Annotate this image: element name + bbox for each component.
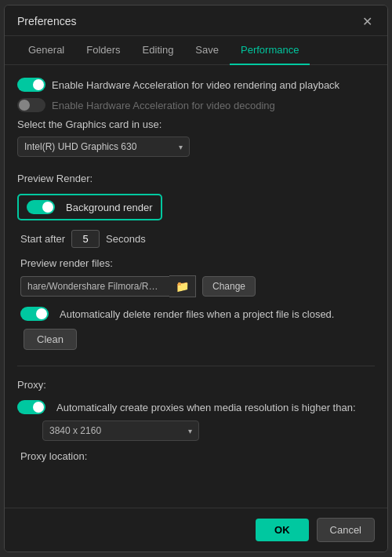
bg-render-toggle-knob bbox=[42, 202, 53, 213]
tab-folders[interactable]: Folders bbox=[75, 36, 131, 65]
tab-editing[interactable]: Editing bbox=[132, 36, 185, 65]
hw-decode-row: Enable Hardware Acceleration for video d… bbox=[17, 98, 375, 112]
chevron-down-icon: ▾ bbox=[179, 143, 183, 151]
proxy-section: Proxy: Automatically create proxies when… bbox=[17, 379, 375, 462]
preferences-dialog: Preferences ✕ General Folders Editing Sa… bbox=[4, 5, 388, 552]
tabs-bar: General Folders Editing Save Performance bbox=[5, 36, 387, 65]
ok-button[interactable]: OK bbox=[256, 519, 309, 541]
content-area: Enable Hardware Acceleration for video r… bbox=[5, 65, 387, 508]
hw-accel-toggle[interactable] bbox=[17, 78, 45, 92]
hw-accel-label: Enable Hardware Acceleration for video r… bbox=[52, 79, 339, 91]
bottom-bar: OK Cancel bbox=[5, 508, 387, 552]
seconds-label: Seconds bbox=[106, 233, 146, 245]
proxy-label: Proxy: bbox=[17, 379, 375, 391]
graphics-card-label: Select the Graphics card in use: bbox=[17, 118, 375, 130]
title-bar: Preferences ✕ bbox=[5, 5, 387, 36]
hw-accel-row: Enable Hardware Acceleration for video r… bbox=[17, 78, 375, 92]
hw-decode-toggle[interactable] bbox=[17, 98, 45, 112]
hw-decode-label: Enable Hardware Acceleration for video d… bbox=[52, 100, 275, 111]
chevron-down-icon: ▾ bbox=[188, 427, 192, 435]
auto-proxy-toggle[interactable] bbox=[17, 400, 45, 414]
hw-accel-toggle-knob bbox=[33, 79, 44, 90]
proxy-resolution-dropdown[interactable]: 3840 x 2160 ▾ bbox=[42, 420, 199, 441]
proxy-resolution-value: 3840 x 2160 bbox=[49, 425, 101, 436]
clean-button-row: Clean bbox=[17, 329, 375, 350]
auto-delete-row: Automatically delete render files when a… bbox=[17, 307, 375, 321]
section-divider bbox=[17, 366, 375, 366]
bg-render-toggle[interactable] bbox=[27, 200, 55, 214]
preview-render-label: Preview Render: bbox=[17, 173, 375, 184]
tab-performance[interactable]: Performance bbox=[230, 36, 310, 65]
dialog-title: Preferences bbox=[17, 15, 76, 27]
cancel-button[interactable]: Cancel bbox=[317, 518, 375, 542]
graphics-card-dropdown[interactable]: Intel(R) UHD Graphics 630 ▾ bbox=[17, 137, 190, 157]
auto-delete-toggle[interactable] bbox=[20, 307, 49, 321]
start-after-label: Start after bbox=[20, 233, 65, 245]
start-after-row: Start after Seconds bbox=[17, 230, 375, 248]
change-button[interactable]: Change bbox=[202, 276, 256, 297]
render-files-label: Preview render files: bbox=[17, 257, 375, 269]
render-path-row: hare/Wondershare Filmora/Render 📁 Change bbox=[17, 275, 375, 297]
start-after-input[interactable] bbox=[71, 230, 100, 248]
graphics-card-section: Select the Graphics card in use: Intel(R… bbox=[17, 118, 375, 157]
folder-icon: 📁 bbox=[176, 280, 189, 293]
bg-render-label: Background render bbox=[66, 202, 153, 213]
auto-proxy-toggle-knob bbox=[33, 402, 44, 413]
graphics-card-value: Intel(R) UHD Graphics 630 bbox=[24, 141, 136, 152]
proxy-location-label: Proxy location: bbox=[17, 450, 375, 462]
render-path-display: hare/Wondershare Filmora/Render bbox=[20, 276, 169, 297]
auto-proxy-row: Automatically create proxies when media … bbox=[17, 400, 375, 414]
clean-button[interactable]: Clean bbox=[24, 329, 77, 350]
preview-render-section: Preview Render: Background render Start … bbox=[17, 173, 375, 350]
auto-delete-toggle-knob bbox=[36, 308, 47, 319]
close-button[interactable]: ✕ bbox=[359, 13, 375, 29]
tab-general[interactable]: General bbox=[17, 36, 75, 65]
auto-delete-label: Automatically delete render files when a… bbox=[60, 308, 334, 320]
tab-save[interactable]: Save bbox=[184, 36, 230, 65]
hw-decode-toggle-knob bbox=[19, 100, 30, 111]
folder-browse-button[interactable]: 📁 bbox=[169, 275, 196, 297]
auto-proxy-label: Automatically create proxies when media … bbox=[56, 402, 356, 413]
bg-render-box: Background render bbox=[17, 194, 162, 220]
